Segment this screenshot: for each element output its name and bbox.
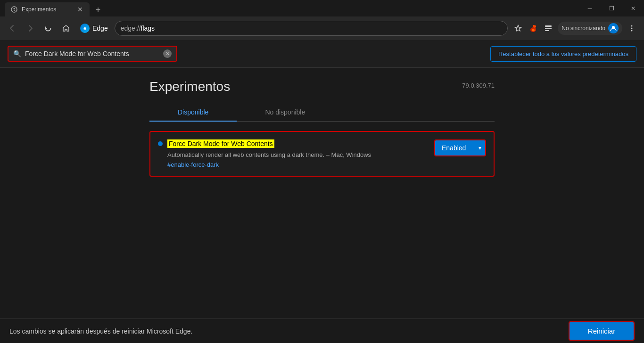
tab-favicon [10, 6, 18, 13]
search-clear-button[interactable]: ✕ [163, 49, 172, 58]
edge-label: Edge [92, 24, 108, 32]
profile-avatar [608, 23, 619, 33]
close-button[interactable]: ✕ [622, 0, 644, 16]
page-header: Experimentos 79.0.309.71 [149, 79, 495, 94]
svg-point-0 [11, 7, 17, 12]
window-controls: ─ ❐ ✕ [579, 0, 644, 16]
star-button[interactable] [511, 21, 526, 36]
profile-button[interactable]: No sincronizando [558, 22, 622, 35]
page-title: Experimentos [149, 79, 230, 94]
tab-unavailable[interactable]: No disponible [237, 104, 333, 122]
active-tab[interactable]: Experimentos ✕ [5, 2, 90, 16]
back-button[interactable] [5, 21, 20, 36]
svg-point-4 [532, 29, 535, 32]
minimize-button[interactable]: ─ [579, 0, 601, 16]
flag-desc: Automatically render all web contents us… [167, 151, 425, 159]
url-path: flags [141, 24, 155, 32]
svg-rect-5 [545, 25, 552, 27]
new-tab-button[interactable]: + [91, 3, 105, 16]
collections-button[interactable] [541, 21, 556, 36]
edge-logo: e Edge [76, 24, 112, 33]
flag-right: Default Enabled Disabled [434, 139, 486, 156]
svg-rect-6 [545, 28, 552, 29]
restart-button[interactable]: Reiniciar [569, 321, 635, 341]
flag-select[interactable]: Default Enabled Disabled [434, 139, 486, 156]
refresh-button[interactable] [41, 21, 56, 36]
reset-all-button[interactable]: Restablecer todo a los valores predeterm… [490, 46, 636, 62]
flag-link[interactable]: #enable-force-dark [167, 161, 425, 168]
bottom-bar: Los cambios se aplicarán después de rein… [0, 318, 644, 343]
restore-button[interactable]: ❐ [601, 0, 622, 16]
tab-close-button[interactable]: ✕ [76, 6, 84, 13]
flag-left: Force Dark Mode for Web Contents Automat… [158, 139, 425, 168]
select-wrapper: Default Enabled Disabled [434, 139, 486, 156]
navbar: e Edge edge://flags No sincronizando [0, 16, 644, 40]
svg-rect-2 [14, 10, 15, 12]
version-text: 79.0.309.71 [462, 82, 495, 89]
tab-title: Experimentos [22, 6, 73, 13]
svg-rect-7 [545, 30, 549, 31]
forward-button[interactable] [23, 21, 38, 36]
address-bar[interactable]: edge://flags [115, 21, 508, 36]
flag-card: Force Dark Mode for Web Contents Automat… [149, 131, 495, 177]
tab-available[interactable]: Disponible [149, 104, 237, 122]
tab-area: Experimentos ✕ + [0, 0, 579, 16]
more-button[interactable] [624, 21, 639, 36]
profile-label: No sincronizando [561, 25, 605, 32]
flag-name: Force Dark Mode for Web Contents [167, 139, 274, 148]
titlebar: Experimentos ✕ + ─ ❐ ✕ [0, 0, 644, 16]
fire-icon[interactable] [528, 23, 539, 34]
home-button[interactable] [58, 21, 74, 36]
svg-point-1 [14, 8, 15, 9]
tabs-bar: Disponible No disponible [149, 104, 495, 122]
main-content: Experimentos 79.0.309.71 Disponible No d… [0, 68, 644, 319]
flag-dot [158, 141, 163, 146]
search-box[interactable]: 🔍 Force Dark Mode for Web Contents ✕ [8, 46, 177, 62]
edge-logo-icon: e [80, 24, 90, 33]
bottom-message: Los cambios se aplicarán después de rein… [9, 327, 192, 335]
search-input[interactable]: Force Dark Mode for Web Contents [25, 50, 159, 57]
nav-icons-right: No sincronizando [511, 21, 639, 36]
url-protocol: edge:// [121, 24, 141, 32]
flag-text: Force Dark Mode for Web Contents Automat… [167, 139, 425, 168]
svg-point-10 [631, 28, 633, 29]
svg-point-9 [631, 25, 633, 27]
searchbar-area: 🔍 Force Dark Mode for Web Contents ✕ Res… [0, 40, 644, 68]
search-icon: 🔍 [13, 50, 21, 57]
svg-point-11 [631, 30, 633, 32]
address-url: edge://flags [121, 24, 155, 32]
content-wrapper: Experimentos 79.0.309.71 Disponible No d… [138, 68, 506, 177]
